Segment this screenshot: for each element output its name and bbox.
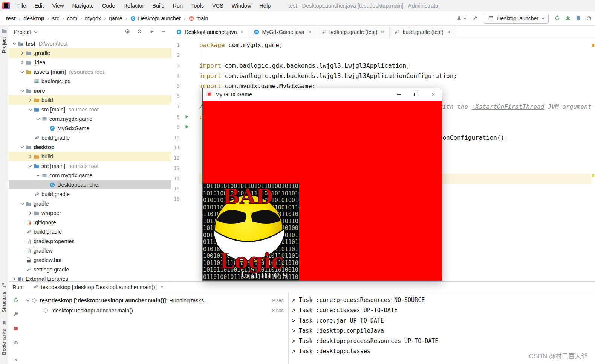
run-line-icon[interactable]	[184, 114, 190, 121]
chevron-right-icon[interactable]	[27, 210, 33, 216]
close-icon[interactable]	[307, 29, 312, 35]
menu-refactor[interactable]: Refactor	[119, 0, 148, 11]
tree-item-gradle[interactable]: .gradle	[9, 48, 171, 58]
editor-tab-build-gradle-test[interactable]: build.gradle (test)	[390, 26, 456, 38]
close-button[interactable]	[425, 88, 442, 101]
editor-tab-mygdxgame-java[interactable]: CMyGdxGame.java	[249, 26, 317, 38]
rerun-task-button[interactable]	[13, 297, 19, 303]
tree-item-test[interactable]: testD:\work\test	[9, 39, 171, 48]
error-stripe-caret-mark[interactable]	[592, 174, 594, 177]
menu-file[interactable]: File	[13, 0, 30, 11]
chevron-down-icon[interactable]	[35, 172, 41, 178]
build-hammer-button[interactable]	[472, 15, 478, 22]
stop-button[interactable]	[13, 326, 19, 332]
menu-code[interactable]: Code	[98, 0, 119, 11]
tree-item-build[interactable]: build	[9, 95, 171, 105]
debug-button[interactable]	[565, 15, 571, 22]
chevron-down-icon[interactable]	[27, 163, 33, 169]
chevron-down-icon[interactable]	[19, 144, 25, 150]
tree-item-com-mygdx-game[interactable]: com.mygdx.game	[9, 171, 171, 180]
chevron-right-icon[interactable]	[11, 276, 17, 282]
breadcrumb-desktop[interactable]: desktop	[23, 15, 44, 21]
close-icon[interactable]	[446, 29, 451, 35]
tree-item-gradle-properties[interactable]: gradle.properties	[9, 236, 171, 246]
chevron-down-icon[interactable]	[33, 29, 39, 35]
run-line-icon[interactable]	[184, 124, 190, 131]
breadcrumb-test[interactable]: test	[6, 15, 16, 21]
breadcrumb-main[interactable]: mmain	[188, 15, 208, 21]
chevron-down-icon[interactable]	[35, 116, 41, 122]
chevron-down-icon[interactable]	[19, 88, 25, 94]
tree-item-mygdxgame[interactable]: CMyGdxGame	[9, 123, 171, 133]
maximize-button[interactable]	[407, 88, 425, 101]
run-button[interactable]	[554, 15, 560, 22]
tree-item-external-libraries[interactable]: External Libraries	[9, 274, 171, 281]
toolwindow-structure-button[interactable]: Structure	[1, 282, 7, 312]
menu-vcs[interactable]: VCS	[208, 0, 228, 11]
chevron-down-icon[interactable]	[27, 107, 33, 113]
tree-item-gradlew-bat[interactable]: gradlew.bat	[9, 255, 171, 265]
run-tree-node[interactable]: :desktop:DesktopLauncher.main()8 sec	[23, 305, 288, 315]
tree-item-core[interactable]: core	[9, 86, 171, 95]
tree-item-gradlew[interactable]: gradlew	[9, 246, 171, 255]
breadcrumb-src[interactable]: src	[52, 15, 59, 21]
tree-item-desktoplauncher[interactable]: CDesktopLauncher	[9, 180, 171, 189]
menu-build[interactable]: Build	[148, 0, 168, 11]
more-toolwindows-button[interactable]: »	[9, 356, 23, 362]
locate-button[interactable]	[124, 28, 130, 35]
chevron-right-icon[interactable]	[27, 97, 33, 103]
tree-item-src-main[interactable]: src [main]sources root	[9, 105, 171, 114]
run-tree-node[interactable]: test:desktop [:desktop:DesktopLauncher.m…	[23, 295, 288, 305]
game-client-area[interactable]: 1011010100101101011010010110110101001011…	[203, 101, 442, 280]
tree-item-wrapper[interactable]: wrapper	[9, 208, 171, 218]
editor-tab-settings-gradle-test[interactable]: settings.gradle (test)	[317, 26, 390, 38]
tree-item-gitignore[interactable]: .gitignore	[9, 218, 171, 227]
tree-item-assets-main[interactable]: assets [main]resources root	[9, 67, 171, 76]
tree-item-src-main[interactable]: src [main]sources root	[9, 161, 171, 171]
code-line-1[interactable]: package com.mygdx.game;	[199, 40, 591, 50]
run-config-select[interactable]: DesktopLauncher	[484, 14, 549, 24]
project-panel-title[interactable]: Project	[14, 29, 31, 35]
error-stripe-warning-mark[interactable]	[592, 44, 594, 47]
menu-edit[interactable]: Edit	[30, 0, 48, 11]
close-icon[interactable]	[240, 29, 245, 35]
chevron-right-icon[interactable]	[19, 50, 25, 56]
tree-item-settings-gradle[interactable]: settings.gradle	[9, 265, 171, 274]
menu-view[interactable]: View	[48, 0, 68, 11]
code-line-2[interactable]	[199, 50, 591, 60]
editor-tab-desktoplauncher-java[interactable]: CDesktopLauncher.java	[172, 26, 249, 38]
chevron-down-icon[interactable]	[24, 297, 31, 303]
chevron-down-icon[interactable]	[19, 201, 25, 207]
breadcrumb-desktoplauncher[interactable]: CDesktopLauncher	[130, 15, 181, 21]
tree-item-badlogic-jpg[interactable]: badlogic.jpg	[9, 76, 171, 86]
menu-run[interactable]: Run	[169, 0, 187, 11]
chevron-right-icon[interactable]	[27, 154, 33, 160]
toolwindow-project-button[interactable]: Project	[1, 28, 7, 53]
user-button[interactable]	[456, 15, 467, 22]
toolwindow-bookmarks-button[interactable]: Bookmarks	[1, 320, 7, 355]
menu-help[interactable]: Help	[255, 0, 275, 11]
breadcrumb-game[interactable]: game	[109, 15, 122, 21]
collapse-all-button[interactable]	[136, 28, 142, 35]
close-icon[interactable]	[159, 284, 165, 290]
tree-item-build-gradle[interactable]: build.gradle	[9, 227, 171, 236]
menu-tools[interactable]: Tools	[187, 0, 208, 11]
run-tab[interactable]: test:desktop [:desktop:DesktopLauncher.m…	[32, 284, 165, 291]
run-panel-divider[interactable]	[288, 293, 289, 364]
coverage-button[interactable]	[575, 15, 581, 22]
tree-item-idea[interactable]: .idea	[9, 58, 171, 67]
profiler-button[interactable]	[586, 15, 592, 22]
chevron-down-icon[interactable]	[11, 41, 17, 47]
tree-item-gradle[interactable]: gradle	[9, 199, 171, 208]
tree-item-build-gradle[interactable]: build.gradle	[9, 189, 171, 199]
breadcrumb-mygdx[interactable]: mygdx	[85, 15, 101, 21]
settings-gear-button[interactable]	[148, 28, 154, 35]
chevron-right-icon[interactable]	[19, 59, 25, 65]
menu-window[interactable]: Window	[228, 0, 255, 11]
hide-panel-button[interactable]	[161, 28, 167, 35]
tree-item-com-mygdx-game[interactable]: com.mygdx.game	[9, 114, 171, 123]
code-line-4[interactable]: import com.badlogic.gdx.backends.lwjgl3.…	[199, 71, 591, 81]
breadcrumb-com[interactable]: com	[67, 15, 77, 21]
game-window[interactable]: My GDX Game 1011010100101101011010010110…	[202, 88, 442, 281]
chevron-down-icon[interactable]	[19, 69, 25, 75]
